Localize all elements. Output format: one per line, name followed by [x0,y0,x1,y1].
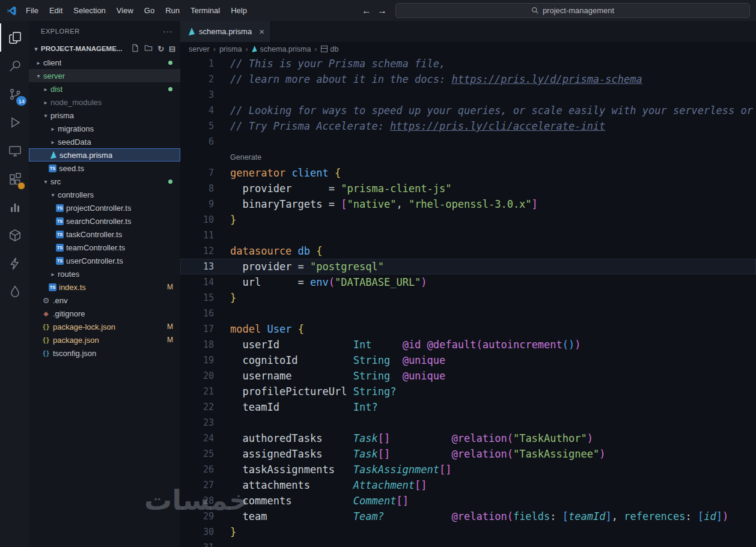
tree-item-prisma[interactable]: ▾prisma [29,109,180,122]
code-line-content[interactable]: userId Int @id @default(autoincrement()) [214,337,581,352]
tab-schema-prisma[interactable]: schema.prisma × [180,21,271,42]
code-line-content[interactable]: provider = "postgresql" [214,259,384,274]
code-line-content[interactable]: // learn more about it in the docs: http… [214,71,642,87]
tree-item-seed.ts[interactable]: seed.ts [29,162,180,175]
menu-file[interactable]: File [20,6,44,15]
token-attr: @relation [452,448,507,460]
tree-item-.env[interactable]: .env [29,294,180,307]
code-line-content[interactable]: generator client { [214,165,341,181]
codelens-generate[interactable]: Generate [214,150,261,165]
tree-item-taskController.ts[interactable]: taskController.ts [29,228,180,241]
menu-run[interactable]: Run [160,6,185,15]
file-label: .gitignore [53,309,85,318]
tree-item-node_modules[interactable]: ▸node_modules [29,95,180,109]
token-str: "prisma-client-js" [341,183,451,195]
tree-item-searchController.ts[interactable]: searchController.ts [29,214,180,228]
activity-prisma[interactable] [0,277,29,306]
menu-edit[interactable]: Edit [44,6,68,15]
menu-terminal[interactable]: Terminal [185,6,225,15]
activity-package[interactable] [0,221,29,249]
tree-item-projectController.ts[interactable]: projectController.ts [29,201,180,214]
code-line-20: 20 username String @unique [180,368,756,384]
git-modified-badge: M [167,283,173,291]
tree-item-.gitignore[interactable]: .gitignore [29,307,180,320]
code-line-content[interactable]: profilePictureUrl String? [214,384,396,399]
tree-item-tsconfig.json[interactable]: tsconfig.json [29,346,180,360]
tree-item-package.json[interactable]: package.jsonM [29,333,180,346]
refresh-icon[interactable]: ↻ [157,45,164,53]
breadcrumb-prisma[interactable]: prisma [219,45,242,53]
token-op [310,479,353,491]
tree-item-server[interactable]: ▾server [29,69,180,82]
breadcrumb-schema.prisma[interactable]: schema.prisma [252,45,311,53]
code-line-content[interactable]: binaryTargets = ["native", "rhel-openssl… [214,196,538,212]
collapse-all-icon[interactable]: ⊟ [169,45,175,53]
tree-item-userController.ts[interactable]: userController.ts [29,254,180,267]
tree-item-dist[interactable]: ▸dist [29,82,180,95]
menu-view[interactable]: View [111,6,139,15]
code-line-content[interactable] [214,540,230,547]
tree-item-schema.prisma[interactable]: schema.prisma [29,148,180,162]
code-line-content[interactable]: authoredTasks Task[] @relation("TaskAuth… [214,431,593,446]
activity-extensions[interactable] [0,165,29,193]
menu-go[interactable]: Go [139,6,160,15]
doc-link[interactable]: https://pris.ly/d/prisma-schema [451,73,642,85]
code-line-content[interactable]: url = env("DATABASE_URL") [214,274,427,290]
workspace-root-row[interactable]: ▾ PROJECT-MANAGEME... ↻ ⊟ [29,41,180,56]
code-line-content[interactable]: taskAssignments TaskAssignment[] [214,462,452,477]
tree-item-src[interactable]: ▾src [29,175,180,188]
tree-item-seedData[interactable]: ▸seedData [29,135,180,148]
code-line-content[interactable]: } [214,212,236,228]
code-line-content[interactable]: teamId Int? [214,399,378,415]
doc-link[interactable]: https://pris.ly/cli/accelerate-init [390,120,605,132]
tree-item-teamController.ts[interactable]: teamController.ts [29,241,180,254]
code-line-content[interactable]: // Try Prisma Accelerate: https://pris.l… [214,118,605,134]
code-line-content[interactable]: assignedTasks Task[] @relation("TaskAssi… [214,446,605,462]
activity-remote-explorer[interactable] [0,136,29,165]
activity-source-control[interactable]: 14 [0,80,29,108]
tree-item-controllers[interactable]: ▾controllers [29,188,180,201]
token-rel: teamId [569,510,605,522]
menu-help[interactable]: Help [225,6,252,15]
code-line-content[interactable] [214,228,230,243]
code-line-content[interactable]: username String @unique [214,368,445,384]
command-center-search[interactable]: project-management [395,3,750,18]
code-line-content[interactable]: cognitoId String @unique [214,352,445,368]
activity-chart[interactable] [0,193,29,221]
activity-run-debug[interactable] [0,108,29,136]
tree-item-index.ts[interactable]: index.tsM [29,280,180,294]
tree-item-routes[interactable]: ▸routes [29,267,180,280]
code-line-content[interactable]: model User { [214,321,304,337]
activity-thunder-client[interactable] [0,249,29,277]
code-line-content[interactable]: datasource db { [214,243,323,259]
cube-icon [8,228,22,243]
code-line-content[interactable]: team Team? @relation(fields: [teamId], r… [214,509,728,524]
code-line-content[interactable]: } [214,524,236,540]
code-line-content[interactable]: // Looking for ways to speed up your que… [214,103,756,118]
tree-item-package-lock.json[interactable]: package-lock.jsonM [29,320,180,333]
code-line-content[interactable] [214,87,230,103]
ts-file-icon [56,231,64,238]
activity-search[interactable] [0,52,29,80]
activity-explorer[interactable] [0,23,29,52]
code-line-content[interactable] [214,415,230,431]
new-folder-icon[interactable] [144,44,153,53]
back-button[interactable]: ← [362,5,371,16]
code-line-content[interactable] [214,134,230,150]
new-file-icon[interactable] [131,44,139,53]
tree-item-client[interactable]: ▸client [29,56,180,69]
breadcrumb-server[interactable]: server [189,45,210,53]
more-actions-icon[interactable]: ··· [163,26,173,36]
tree-item-migrations[interactable]: ▸migrations [29,122,180,135]
breadcrumb-db[interactable]: db [321,45,339,53]
close-icon[interactable]: × [259,26,264,37]
code-line-content[interactable]: provider = "prisma-client-js" [214,181,452,196]
workspace-root-label: PROJECT-MANAGEME... [41,45,122,52]
token-prop: attachments [242,479,310,491]
code-line-content[interactable]: } [214,290,236,306]
chevron-right-icon: ▸ [41,86,50,92]
forward-button[interactable]: → [377,5,387,16]
code-line-content[interactable] [214,306,230,321]
menu-selection[interactable]: Selection [68,6,111,15]
code-line-content[interactable]: // This is your Prisma schema file, [214,56,445,71]
